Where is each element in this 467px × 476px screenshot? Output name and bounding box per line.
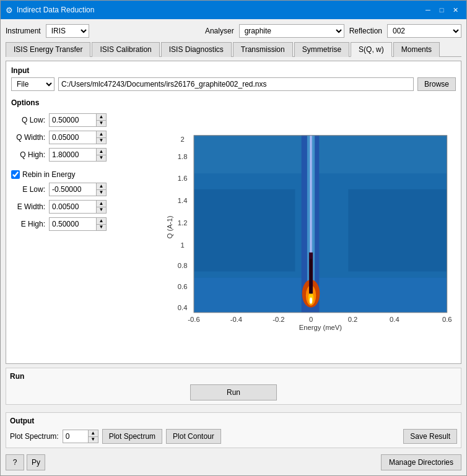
q-width-input[interactable] <box>50 131 96 144</box>
save-result-button[interactable]: Save Result <box>403 429 457 444</box>
q-high-label: Q High: <box>11 150 45 159</box>
title-bar: ⚙ Indirect Data Reduction ─ □ ✕ <box>1 1 466 19</box>
e-high-spin-buttons: ▲ ▼ <box>96 218 106 230</box>
options-label: Options <box>11 98 160 107</box>
q-width-label: Q Width: <box>11 133 45 142</box>
e-width-up-button[interactable]: ▲ <box>97 201 106 207</box>
q-low-label: Q Low: <box>11 116 45 124</box>
q-width-down-button[interactable]: ▼ <box>97 138 106 144</box>
e-width-spinbox: ▲ ▼ <box>49 200 107 214</box>
q-width-spin-buttons: ▲ ▼ <box>96 131 106 144</box>
tab-isis-diagnostics[interactable]: ISIS Diagnostics <box>161 42 232 57</box>
plot-spectrum-button[interactable]: Plot Spectrum <box>102 429 162 444</box>
e-low-spin-buttons: ▲ ▼ <box>96 183 106 196</box>
analyser-label: Analyser <box>205 27 234 35</box>
file-type-select[interactable]: File <box>11 77 55 91</box>
input-section: Input File Browse <box>11 66 456 91</box>
content-area: Options Q Low: ▲ ▼ Q Width: <box>11 96 456 358</box>
x-label-0.2: 0.2 <box>348 316 358 323</box>
instrument-select[interactable]: IRIS <box>46 24 89 38</box>
e-low-up-button[interactable]: ▲ <box>97 183 106 190</box>
instrument-label: Instrument <box>6 27 41 35</box>
rebin-label[interactable]: Rebin in Energy <box>11 170 75 179</box>
maximize-button[interactable]: □ <box>435 4 448 15</box>
rebin-text: Rebin in Energy <box>22 170 75 179</box>
q-high-spin-buttons: ▲ ▼ <box>96 149 106 161</box>
minimize-button[interactable]: ─ <box>422 4 434 15</box>
x-label-0.4: 0.4 <box>390 316 399 323</box>
plot-spectrum-label: Plot Spectrum: <box>10 432 59 441</box>
x-label-neg0.2: -0.2 <box>273 316 284 323</box>
run-button[interactable]: Run <box>190 384 277 400</box>
q-low-down-button[interactable]: ▼ <box>97 121 106 127</box>
reflection-label: Reflection <box>349 27 382 35</box>
close-button[interactable]: ✕ <box>449 4 461 15</box>
tab-symmetrise[interactable]: Symmetrise <box>294 42 349 57</box>
y-label-1.8: 1.8 <box>178 153 188 160</box>
plot-spectrum-spin-buttons: ▲ ▼ <box>88 430 98 443</box>
e-high-label: E High: <box>11 220 45 228</box>
q-low-spin-buttons: ▲ ▼ <box>96 114 106 126</box>
e-low-spinbox: ▲ ▼ <box>49 183 107 196</box>
input-row: File Browse <box>11 77 456 91</box>
x-axis-title: Energy (meV) <box>299 324 342 331</box>
rebin-checkbox[interactable] <box>11 170 20 179</box>
title-bar-buttons: ─ □ ✕ <box>422 4 461 15</box>
x-label-0: 0 <box>309 316 313 323</box>
help-button[interactable]: ? <box>6 454 24 470</box>
y-label-0.4: 0.4 <box>178 304 188 311</box>
q-high-up-button[interactable]: ▲ <box>97 149 106 155</box>
e-width-spin-buttons: ▲ ▼ <box>96 201 106 213</box>
py-button[interactable]: Py <box>27 454 45 470</box>
y-label-1.6: 1.6 <box>178 175 188 182</box>
plot-spectrum-up-button[interactable]: ▲ <box>89 430 98 437</box>
y-label-0.8: 0.8 <box>178 262 188 269</box>
tab-transmission[interactable]: Transmission <box>233 42 293 57</box>
output-row: Plot Spectrum: ▲ ▼ Plot Spectrum Plot Co… <box>10 429 457 444</box>
y-label-1.4: 1.4 <box>178 197 188 204</box>
e-high-up-button[interactable]: ▲ <box>97 218 106 225</box>
file-path-input[interactable] <box>58 77 414 91</box>
plot-spectrum-input[interactable] <box>63 430 88 443</box>
y-label-0.6: 0.6 <box>178 283 188 290</box>
x-label-0.6: 0.6 <box>442 316 452 323</box>
plot-contour-button[interactable]: Plot Contour <box>166 429 221 444</box>
analyser-select[interactable]: graphite <box>239 24 344 38</box>
e-high-input[interactable] <box>50 218 96 230</box>
q-high-down-button[interactable]: ▼ <box>97 155 106 162</box>
e-width-label: E Width: <box>11 202 45 211</box>
y-label-2: 2 <box>180 136 184 143</box>
q-width-up-button[interactable]: ▲ <box>97 131 106 138</box>
q-high-input[interactable] <box>50 149 96 161</box>
e-width-row: E Width: ▲ ▼ <box>11 200 160 214</box>
tab-sqw[interactable]: S(Q, w) <box>351 42 392 57</box>
footer-left: ? Py <box>6 454 45 470</box>
e-width-input[interactable] <box>50 201 96 213</box>
e-low-down-button[interactable]: ▼ <box>97 190 106 196</box>
tab-isis-calibration[interactable]: ISIS Calibration <box>92 42 159 57</box>
q-width-row: Q Width: ▲ ▼ <box>11 131 160 144</box>
window-icon: ⚙ <box>6 6 13 15</box>
output-label: Output <box>10 417 457 425</box>
browse-button[interactable]: Browse <box>417 77 456 91</box>
e-high-spinbox: ▲ ▼ <box>49 217 107 231</box>
q-high-spinbox: ▲ ▼ <box>49 148 107 162</box>
plot-spectrum-down-button[interactable]: ▼ <box>89 437 98 443</box>
e-width-down-button[interactable]: ▼ <box>97 207 106 214</box>
reflection-select[interactable]: 002 <box>387 24 461 38</box>
tab-isis-energy-transfer[interactable]: ISIS Energy Transfer <box>6 42 90 57</box>
q-low-input[interactable] <box>50 114 96 126</box>
run-section-label: Run <box>10 372 457 381</box>
e-low-input[interactable] <box>50 183 96 196</box>
q-low-up-button[interactable]: ▲ <box>97 114 106 121</box>
e-low-label: E Low: <box>11 185 45 194</box>
q-low-spinbox: ▲ ▼ <box>49 113 107 127</box>
input-label: Input <box>11 66 456 75</box>
q-width-spinbox: ▲ ▼ <box>49 131 107 144</box>
e-high-down-button[interactable]: ▼ <box>97 225 106 231</box>
window-title: Indirect Data Reduction <box>17 6 94 14</box>
tab-moments[interactable]: Moments <box>393 42 440 57</box>
manage-directories-button[interactable]: Manage Directories <box>381 454 461 470</box>
y-label-1.0: 1 <box>180 241 184 249</box>
q-high-row: Q High: ▲ ▼ <box>11 148 160 162</box>
